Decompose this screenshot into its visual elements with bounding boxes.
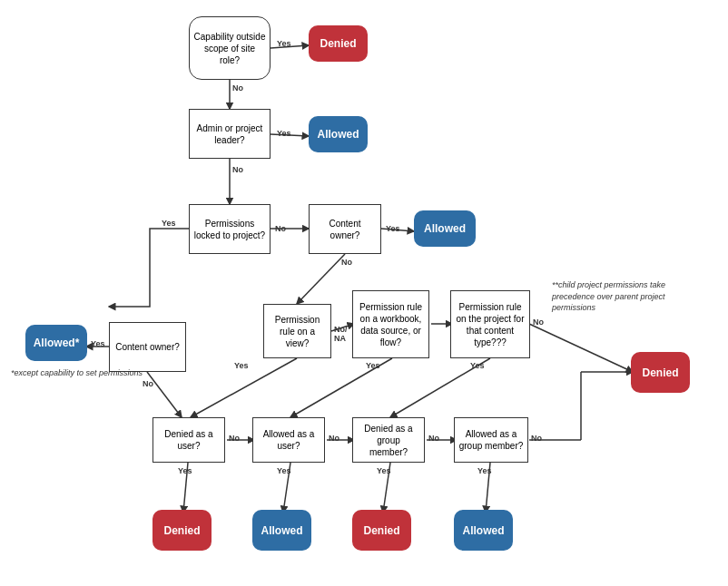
allowed-admin-result: Allowed bbox=[309, 116, 368, 152]
child-note: **child project permissions take precede… bbox=[552, 279, 688, 314]
yes-denied-group-label: Yes bbox=[377, 466, 391, 475]
denied-top-result: Denied bbox=[309, 25, 368, 62]
yes-allowed-user-label: Yes bbox=[277, 466, 291, 475]
denied-bottom1-result: Denied bbox=[152, 510, 212, 551]
permission-project-box: Permission rule on the project for that … bbox=[450, 290, 530, 358]
content-owner-left-box: Content owner? bbox=[109, 322, 186, 372]
yes-content-left-label: Yes bbox=[91, 339, 105, 348]
no-capability-label: No bbox=[232, 83, 243, 93]
no-allowed-user-label: No bbox=[329, 434, 339, 443]
no-denied-group-label: No bbox=[428, 434, 439, 443]
flowchart-diagram: Capability outside scope of site role? A… bbox=[0, 0, 728, 586]
permission-view-box: Permission rule on a view? bbox=[263, 304, 331, 358]
except-note: *except capability to set permissions bbox=[11, 367, 143, 379]
no-locked-label: No bbox=[275, 224, 286, 233]
yes-denied-user-label: Yes bbox=[178, 466, 192, 475]
yes-capability-label: Yes bbox=[277, 39, 291, 48]
yes-perm-wb-label: Yes bbox=[366, 361, 380, 370]
yes-allowed-group-label: Yes bbox=[477, 466, 492, 475]
allowed-bottom2-result: Allowed bbox=[454, 510, 513, 551]
svg-line-6 bbox=[297, 254, 345, 304]
allowed-user-box: Allowed as a user? bbox=[252, 417, 325, 463]
yes-content-right-label: Yes bbox=[386, 224, 400, 233]
allowed-bottom1-result: Allowed bbox=[252, 510, 311, 551]
yes-locked-label: Yes bbox=[162, 219, 176, 228]
content-owner-right-box: Content owner? bbox=[309, 204, 381, 254]
yes-admin-label: Yes bbox=[277, 129, 291, 138]
nona-perm-view-label: No/NA bbox=[334, 325, 348, 343]
yes-perm-view-label: Yes bbox=[234, 361, 249, 370]
admin-box: Admin or project leader? bbox=[189, 109, 271, 159]
no-content-right-label: No bbox=[341, 258, 352, 267]
no-admin-label: No bbox=[232, 165, 243, 174]
svg-line-13 bbox=[529, 324, 633, 372]
denied-user-box: Denied as a user? bbox=[152, 417, 225, 463]
permission-workbook-box: Permission rule on a workbook, data sour… bbox=[352, 290, 429, 358]
allowed-left-result: Allowed* bbox=[25, 325, 87, 361]
denied-right-result: Denied bbox=[631, 352, 690, 393]
no-perm-proj-label: No bbox=[533, 317, 544, 327]
denied-bottom2-result: Denied bbox=[352, 510, 411, 551]
yes-perm-proj-label: Yes bbox=[470, 361, 485, 370]
no-denied-user-label: No bbox=[229, 434, 240, 443]
denied-group-box: Denied as a group member? bbox=[352, 417, 425, 463]
no-allowed-group-label: No bbox=[531, 434, 542, 443]
no-content-left-label: No bbox=[143, 379, 153, 388]
allowed-group-box: Allowed as a group member? bbox=[454, 417, 528, 463]
capability-box: Capability outside scope of site role? bbox=[189, 16, 271, 80]
permissions-locked-box: Permissions locked to project? bbox=[189, 204, 271, 254]
allowed-content-result: Allowed bbox=[414, 210, 476, 247]
